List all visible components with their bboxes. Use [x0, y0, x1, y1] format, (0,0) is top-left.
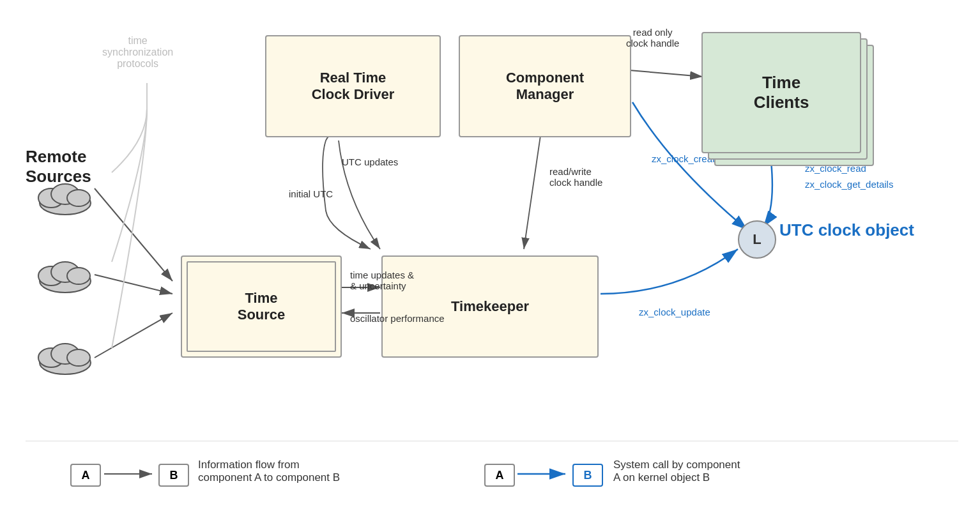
legend-syscall-b-box: B: [572, 464, 603, 487]
read-write-clock-label: read/writeclock handle: [549, 166, 602, 188]
legend-info-flow-text: Information flow fromcomponent A to comp…: [198, 459, 340, 484]
svg-line-3: [95, 188, 172, 281]
read-only-clock-label: read onlyclock handle: [626, 27, 679, 49]
rtc-driver-box: Real TimeClock Driver: [265, 35, 441, 137]
svg-line-4: [95, 275, 172, 294]
utc-clock-object-label: UTC clock object: [779, 220, 914, 240]
utc-clock-circle: L: [738, 220, 776, 259]
svg-line-9: [524, 118, 543, 249]
time-source-box: TimeSource: [181, 255, 342, 358]
cloud-1: [35, 171, 96, 218]
initial-utc-label: initial UTC: [289, 188, 333, 199]
legend-a-box: A: [70, 464, 101, 487]
svg-point-24: [67, 349, 90, 366]
svg-line-10: [629, 70, 703, 77]
cloud-2: [35, 249, 96, 296]
time-clients-box: TimeClients: [701, 32, 861, 153]
legend-syscall-a-box: A: [484, 464, 515, 487]
oscillator-label: oscillator performance: [350, 313, 445, 324]
time-sync-protocols-label: timesynchronizationprotocols: [102, 35, 173, 70]
legend-b-box: B: [158, 464, 189, 487]
cloud-3: [35, 331, 96, 378]
zx-clock-update-label: zx_clock_update: [639, 307, 710, 317]
legend-divider: [26, 441, 958, 441]
svg-line-5: [95, 313, 172, 358]
zx-clock-get-details-label: zx_clock_get_details: [805, 179, 893, 190]
time-updates-label: time updates && uncertainty: [350, 270, 414, 291]
svg-point-20: [67, 268, 90, 284]
component-manager-box: ComponentManager: [459, 35, 631, 137]
utc-updates-label: UTC updates: [342, 156, 398, 167]
legend-syscall-text: System call by componentA on kernel obje…: [613, 459, 740, 484]
svg-point-16: [67, 190, 90, 206]
